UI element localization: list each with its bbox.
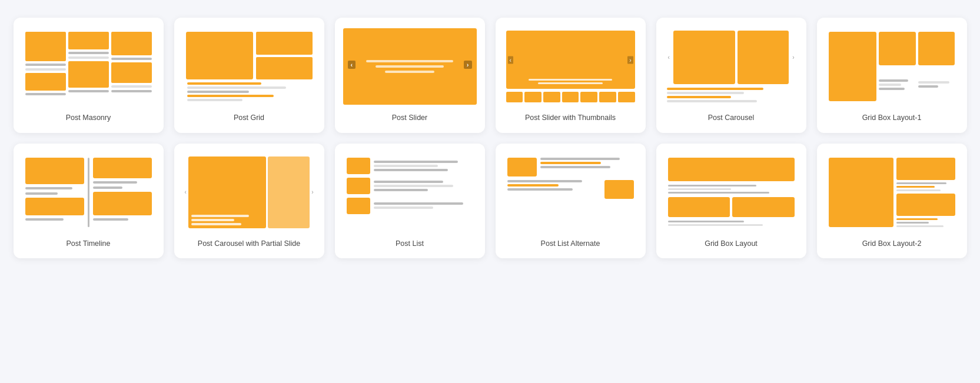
card-grid-box-layout[interactable]: Grid Box Layout bbox=[656, 144, 806, 259]
preview-post-masonry bbox=[22, 28, 155, 105]
card-label-post-slider-thumbnails: Post Slider with Thumbnails bbox=[525, 113, 616, 124]
card-label-post-grid: Post Grid bbox=[234, 113, 264, 124]
card-post-slider[interactable]: ‹ › Post Slider bbox=[335, 18, 485, 133]
card-label-post-carousel: Post Carousel bbox=[708, 113, 755, 124]
card-post-grid[interactable]: Post Grid bbox=[174, 18, 324, 133]
preview-post-grid bbox=[182, 28, 316, 105]
card-grid-box-layout-1[interactable]: Grid Box Layout-1 bbox=[817, 18, 967, 133]
card-label-grid-box-layout-1: Grid Box Layout-1 bbox=[862, 113, 922, 124]
preview-post-carousel: ‹ › bbox=[665, 28, 798, 105]
card-post-masonry[interactable]: Post Masonry bbox=[14, 18, 164, 133]
card-post-list-alternate[interactable]: Post List Alternate bbox=[496, 144, 646, 259]
card-post-carousel-partial[interactable]: ‹ › Post Carousel with Partial Slide bbox=[174, 144, 324, 259]
card-label-post-list-alternate: Post List Alternate bbox=[541, 239, 600, 249]
preview-grid-box-layout-1 bbox=[825, 28, 959, 105]
card-post-timeline[interactable]: Post Timeline bbox=[14, 144, 164, 259]
layout-grid: Post Masonry bbox=[14, 18, 967, 258]
card-post-list[interactable]: Post List bbox=[335, 144, 485, 259]
card-post-carousel[interactable]: ‹ › Post Carousel bbox=[656, 18, 806, 133]
preview-grid-box-layout bbox=[665, 154, 798, 231]
preview-grid-box-layout-2 bbox=[825, 154, 959, 231]
preview-post-slider: ‹ › bbox=[343, 28, 477, 105]
card-label-post-slider: Post Slider bbox=[392, 113, 427, 124]
preview-post-slider-thumbnails: ‹ › bbox=[504, 28, 637, 105]
card-label-post-masonry: Post Masonry bbox=[66, 113, 111, 124]
preview-post-timeline bbox=[22, 154, 155, 231]
card-label-post-timeline: Post Timeline bbox=[66, 239, 110, 249]
card-label-post-list: Post List bbox=[396, 239, 424, 249]
card-post-slider-thumbnails[interactable]: ‹ › Post Slider with T bbox=[496, 18, 646, 133]
card-label-grid-box-layout: Grid Box Layout bbox=[705, 239, 758, 249]
card-label-post-carousel-partial: Post Carousel with Partial Slide bbox=[198, 239, 300, 249]
card-label-grid-box-layout-2: Grid Box Layout-2 bbox=[862, 239, 922, 249]
preview-post-list-alternate bbox=[504, 154, 637, 231]
preview-post-carousel-partial: ‹ › bbox=[182, 154, 316, 231]
preview-post-list bbox=[343, 154, 477, 231]
card-grid-box-layout-2[interactable]: Grid Box Layout-2 bbox=[817, 144, 967, 259]
